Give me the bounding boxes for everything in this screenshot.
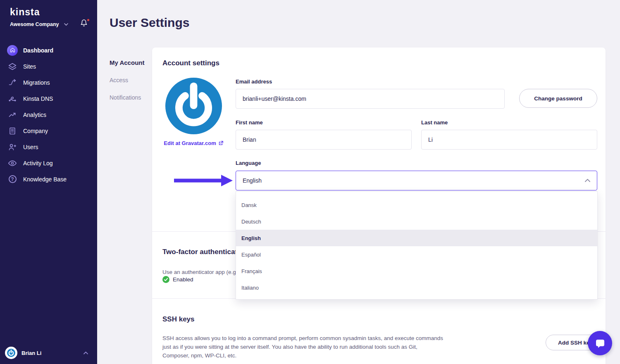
sidebar-item-knowledge-base[interactable]: ? Knowledge Base: [0, 171, 97, 187]
notification-bell-icon[interactable]: [80, 19, 89, 28]
external-link-icon: [218, 141, 223, 146]
two-factor-status-text: Enabled: [173, 276, 193, 283]
subnav-item-access[interactable]: Access: [110, 77, 144, 83]
sidebar-item-label: Analytics: [23, 112, 46, 118]
question-circle-icon: ?: [9, 175, 17, 183]
app-window: kinsta Awesome Company Dashboard Sites: [0, 0, 620, 364]
sidebar-item-label: Dashboard: [23, 47, 53, 54]
migration-arrow-icon: [8, 79, 17, 87]
sidebar-item-label: Company: [23, 128, 48, 134]
sidebar-item-activity-log[interactable]: Activity Log: [0, 155, 97, 171]
sidebar: kinsta Awesome Company Dashboard Sites: [0, 0, 97, 364]
user-avatar: [5, 347, 17, 359]
user-plus-icon: [8, 143, 17, 151]
sidebar-item-label: Migrations: [23, 79, 50, 86]
language-option-english[interactable]: English: [236, 230, 597, 246]
sidebar-item-kinsta-dns[interactable]: Kinsta DNS: [0, 90, 97, 107]
sidebar-item-sites[interactable]: Sites: [0, 58, 97, 74]
sidebar-item-label: Kinsta DNS: [23, 95, 53, 102]
chevron-up-icon: [585, 179, 590, 182]
dashboard-icon: [7, 45, 18, 56]
page-title: User Settings: [110, 16, 189, 30]
two-factor-heading: Two-factor authentication: [162, 248, 248, 256]
language-dropdown: Dansk Deutsch English Español Français I…: [236, 191, 598, 300]
sidebar-user-menu[interactable]: Brian Li: [5, 347, 92, 359]
email-field[interactable]: [236, 89, 505, 109]
last-name-field[interactable]: [421, 130, 597, 150]
sidebar-item-label: Users: [23, 144, 38, 150]
company-switcher[interactable]: Awesome Company: [10, 21, 91, 27]
sidebar-item-dashboard[interactable]: Dashboard: [0, 42, 97, 58]
change-password-button[interactable]: Change password: [519, 89, 597, 108]
chevron-up-icon: [83, 352, 88, 354]
sidebar-item-label: Activity Log: [23, 160, 53, 167]
sidebar-item-company[interactable]: Company: [0, 123, 97, 139]
notification-dot: [87, 19, 90, 21]
ssh-keys-description: SSH access allows you to log into a comm…: [162, 334, 446, 360]
chat-launcher-button[interactable]: [588, 331, 612, 355]
language-option-francais[interactable]: Français: [236, 263, 597, 279]
sidebar-nav: Dashboard Sites Migrations Kinsta DNS An…: [0, 42, 97, 187]
language-select[interactable]: English: [236, 171, 597, 190]
gravatar-image: [165, 78, 222, 134]
first-name-label: First name: [236, 119, 263, 126]
language-option-espanol[interactable]: Español: [236, 246, 597, 263]
trend-chart-icon: [8, 111, 17, 119]
layers-icon: [8, 62, 17, 71]
chevron-down-icon: [64, 23, 68, 26]
edit-gravatar-label: Edit at Gravatar.com: [164, 140, 216, 146]
language-selected-value: English: [243, 177, 262, 184]
subnav-item-my-account[interactable]: My Account: [110, 59, 144, 66]
language-option-deutsch[interactable]: Deutsch: [236, 213, 597, 230]
eye-icon: [8, 159, 17, 167]
two-factor-status: Enabled: [162, 276, 193, 283]
check-circle-icon: [162, 276, 169, 283]
language-option-italiano[interactable]: Italiano: [236, 279, 597, 296]
sidebar-item-migrations[interactable]: Migrations: [0, 74, 97, 90]
subnav-item-notifications[interactable]: Notifications: [110, 94, 144, 101]
email-label: Email address: [236, 79, 272, 85]
sidebar-item-analytics[interactable]: Analytics: [0, 107, 97, 123]
first-name-field[interactable]: [236, 130, 412, 150]
account-settings-heading: Account settings: [162, 59, 219, 67]
sidebar-item-label: Knowledge Base: [23, 176, 67, 183]
settings-subnav: My Account Access Notifications: [110, 59, 144, 112]
sidebar-item-label: Sites: [23, 63, 36, 70]
dns-route-icon: [8, 95, 17, 103]
language-label: Language: [236, 160, 261, 166]
language-option-dansk[interactable]: Dansk: [236, 197, 597, 213]
edit-gravatar-link[interactable]: Edit at Gravatar.com: [160, 140, 227, 146]
last-name-label: Last name: [421, 119, 448, 126]
building-icon: [8, 127, 17, 135]
company-name: Awesome Company: [10, 21, 59, 27]
sidebar-item-users[interactable]: Users: [0, 139, 97, 155]
kinsta-logo: kinsta: [10, 7, 40, 18]
settings-card: Account settings Edit at Gravatar.com Em…: [152, 48, 606, 364]
chat-icon: [595, 338, 606, 349]
user-name: Brian Li: [21, 350, 83, 356]
ssh-keys-heading: SSH keys: [162, 315, 195, 324]
